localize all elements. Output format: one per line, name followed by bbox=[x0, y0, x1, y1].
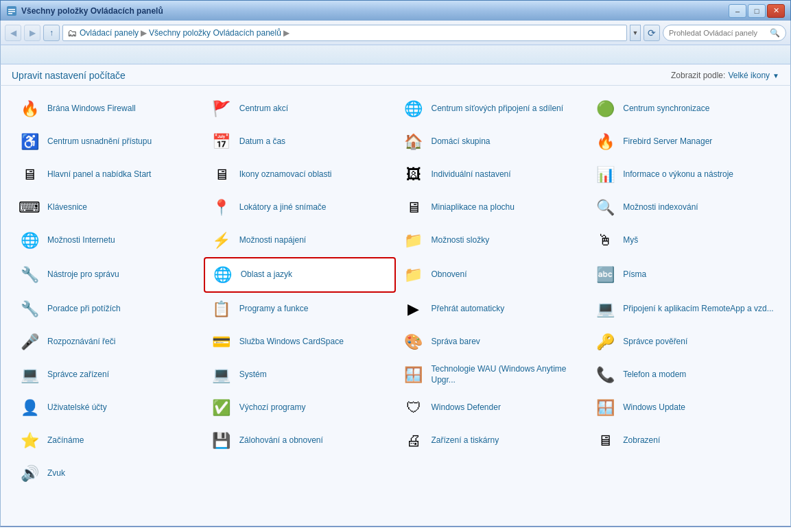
close-button[interactable]: ✕ bbox=[767, 4, 785, 18]
item-label-uzivatele: Uživatelské účty bbox=[47, 402, 107, 413]
item-ikony-oznamovaci[interactable]: 🖥Ikony oznamovací oblasti bbox=[204, 158, 396, 191]
item-poradce-potizich[interactable]: 🔧Poradce při potížích bbox=[12, 293, 204, 326]
item-obnoveni[interactable]: 📁Obnovení bbox=[396, 257, 588, 293]
item-pisma[interactable]: 🔤Písma bbox=[587, 257, 779, 293]
folder-icon: 🗂 bbox=[67, 27, 77, 38]
item-icon-prehrat-automaticky: ▶ bbox=[401, 297, 426, 322]
item-sprava-barev[interactable]: 🎨Správa barev bbox=[396, 326, 588, 359]
item-windows-defender[interactable]: 🛡Windows Defender bbox=[396, 391, 588, 424]
item-label-centrum-synchronizace: Centrum synchronizace bbox=[623, 104, 709, 114]
item-miniaplikace[interactable]: 🖥Miniaplikace na plochu bbox=[396, 191, 588, 224]
item-label-pisma: Písma bbox=[623, 269, 646, 280]
address-path[interactable]: 🗂 Ovládací panely ▶ Všechny položky Ovlá… bbox=[62, 25, 627, 41]
path-current[interactable]: Všechny položky Ovládacích panelů bbox=[149, 28, 281, 38]
search-input[interactable] bbox=[669, 29, 767, 37]
up-button[interactable]: ↑ bbox=[43, 25, 60, 41]
item-zalohovani[interactable]: 💾Zálohování a obnovení bbox=[204, 424, 396, 457]
item-brana-windows-firewall[interactable]: 🔥Brána Windows Firewall bbox=[12, 93, 204, 125]
item-icon-centrum-sitovych: 🌐 bbox=[401, 97, 426, 121]
item-icon-obnoveni: 📁 bbox=[401, 263, 426, 287]
back-button[interactable]: ◀ bbox=[5, 25, 21, 41]
item-icon-technologie-wau: 🪟 bbox=[401, 363, 426, 387]
item-icon-zarizeni-tiskarny: 🖨 bbox=[401, 428, 426, 453]
item-domaci-skupina[interactable]: 🏠Domácí skupina bbox=[396, 125, 588, 158]
item-uzivatele[interactable]: 👤Uživatelské účty bbox=[12, 391, 204, 424]
path-root[interactable]: Ovládací panely bbox=[80, 28, 139, 38]
view-value-link[interactable]: Velké ikony bbox=[728, 71, 770, 80]
item-icon-vychozi-programy: ✅ bbox=[209, 396, 234, 420]
item-sluzba-cardspace[interactable]: 💳Služba Windows CardSpace bbox=[204, 326, 396, 359]
item-individualni-nastaveni[interactable]: 🖼Individuální nastavení bbox=[396, 158, 588, 191]
item-label-domaci-skupina: Domácí skupina bbox=[432, 136, 491, 147]
item-icon-pripojeni-remoteapp: 💻 bbox=[593, 297, 617, 322]
item-label-system: Systém bbox=[239, 370, 267, 380]
item-technologie-wau[interactable]: 🪟Technologie WAU (Windows Anytime Upgr..… bbox=[396, 359, 588, 391]
maximize-button[interactable]: □ bbox=[748, 4, 766, 18]
item-label-rozpoznavani-reci: Rozpoznávání řeči bbox=[47, 337, 115, 348]
item-system[interactable]: 💻Systém bbox=[204, 359, 396, 391]
item-prehrat-automaticky[interactable]: ▶Přehrát automaticky bbox=[396, 293, 588, 326]
item-moznosti-internetu[interactable]: 🌐Možnosti Internetu bbox=[12, 224, 204, 257]
search-icon[interactable]: 🔍 bbox=[770, 28, 780, 38]
minimize-button[interactable]: – bbox=[729, 4, 746, 18]
item-oblast-jazyk[interactable]: 🌐Oblast a jazyk bbox=[204, 257, 396, 293]
item-windows-update[interactable]: 🪟Windows Update bbox=[587, 391, 779, 424]
title-bar-text: Všechny položky Ovládacích panelů bbox=[21, 6, 163, 16]
item-icon-uzivatele: 👤 bbox=[17, 396, 42, 420]
window-icon bbox=[6, 5, 17, 16]
item-telefon-modem[interactable]: 📞Telefon a modem bbox=[587, 359, 779, 391]
item-label-lokatory: Lokátory a jiné snímače bbox=[239, 202, 327, 213]
item-zaciname[interactable]: ⭐Začínáme bbox=[12, 424, 204, 457]
item-label-hlavni-panel: Hlavní panel a nabídka Start bbox=[47, 169, 151, 180]
item-vychozi-programy[interactable]: ✅Výchozí programy bbox=[204, 391, 396, 424]
item-mys[interactable]: 🖱Myš bbox=[587, 224, 779, 257]
item-icon-rozpoznavani-reci: 🎤 bbox=[17, 330, 42, 354]
forward-button[interactable]: ▶ bbox=[24, 25, 40, 41]
item-informace-vykonu[interactable]: 📊Informace o výkonu a nástroje bbox=[587, 158, 779, 191]
title-bar-buttons: – □ ✕ bbox=[729, 4, 785, 18]
item-label-informace-vykonu: Informace o výkonu a nástroje bbox=[623, 169, 733, 180]
item-label-ikony-oznamovaci: Ikony oznamovací oblasti bbox=[239, 169, 332, 180]
item-firebird[interactable]: 🔥Firebird Server Manager bbox=[587, 125, 779, 158]
svg-rect-2 bbox=[8, 11, 15, 12]
item-centrum-usnadneni[interactable]: ♿Centrum usnadnění přístupu bbox=[12, 125, 204, 158]
item-hlavni-panel[interactable]: 🖥Hlavní panel a nabídka Start bbox=[12, 158, 204, 191]
item-label-zvuk: Zvuk bbox=[47, 468, 65, 479]
item-klavesnice[interactable]: ⌨Klávesnice bbox=[12, 191, 204, 224]
svg-rect-1 bbox=[8, 9, 15, 10]
item-zarizeni-tiskarny[interactable]: 🖨Zařízení a tiskárny bbox=[396, 424, 588, 457]
item-centrum-akci[interactable]: 🚩Centrum akcí bbox=[204, 93, 396, 125]
item-moznosti-slozky[interactable]: 📁Možnosti složky bbox=[396, 224, 588, 257]
item-icon-windows-defender: 🛡 bbox=[401, 396, 426, 420]
item-spravce-zarizeni[interactable]: 💻Správce zařízení bbox=[12, 359, 204, 391]
item-label-telefon-modem: Telefon a modem bbox=[623, 370, 686, 380]
search-box: 🔍 bbox=[663, 25, 786, 41]
item-icon-spravce-poveri: 🔑 bbox=[593, 330, 617, 354]
item-centrum-sitovych[interactable]: 🌐Centrum síťových připojení a sdílení bbox=[396, 93, 588, 125]
item-datum-cas[interactable]: 📅Datum a čas bbox=[204, 125, 396, 158]
item-icon-spravce-zarizeni: 💻 bbox=[17, 363, 42, 387]
item-programy-funkce[interactable]: 📋Programy a funkce bbox=[204, 293, 396, 326]
item-moznosti-napajeni[interactable]: ⚡Možnosti napájení bbox=[204, 224, 396, 257]
item-rozpoznavani-reci[interactable]: 🎤Rozpoznávání řeči bbox=[12, 326, 204, 359]
item-icon-centrum-akci: 🚩 bbox=[209, 97, 234, 121]
item-label-moznosti-napajeni: Možnosti napájení bbox=[239, 235, 306, 246]
item-lokatory[interactable]: 📍Lokátory a jiné snímače bbox=[204, 191, 396, 224]
item-zvuk[interactable]: 🔊Zvuk bbox=[12, 457, 204, 490]
item-icon-telefon-modem: 📞 bbox=[593, 363, 617, 387]
item-zobrazeni[interactable]: 🖥Zobrazení bbox=[587, 424, 779, 457]
item-pripojeni-remoteapp[interactable]: 💻Připojení k aplikacím RemoteApp a vzd..… bbox=[587, 293, 779, 326]
refresh-button[interactable]: ⟳ bbox=[644, 25, 660, 41]
item-label-pripojeni-remoteapp: Připojení k aplikacím RemoteApp a vzd... bbox=[623, 304, 773, 315]
item-label-nastroje-pro-spravu: Nástroje pro správu bbox=[47, 269, 119, 280]
item-icon-centrum-synchronizace: 🟢 bbox=[593, 97, 617, 121]
item-label-mys: Myš bbox=[623, 235, 638, 246]
item-moznosti-indexovani[interactable]: 🔍Možnosti indexování bbox=[587, 191, 779, 224]
view-dropdown-icon[interactable]: ▼ bbox=[772, 72, 779, 80]
item-icon-sprava-barev: 🎨 bbox=[401, 330, 426, 354]
address-dropdown-button[interactable]: ▼ bbox=[630, 25, 641, 41]
item-centrum-synchronizace[interactable]: 🟢Centrum synchronizace bbox=[587, 93, 779, 125]
item-nastroje-pro-spravu[interactable]: 🔧Nástroje pro správu bbox=[12, 257, 204, 293]
item-spravce-poveri[interactable]: 🔑Správce pověření bbox=[587, 326, 779, 359]
item-label-klavesnice: Klávesnice bbox=[47, 202, 87, 213]
